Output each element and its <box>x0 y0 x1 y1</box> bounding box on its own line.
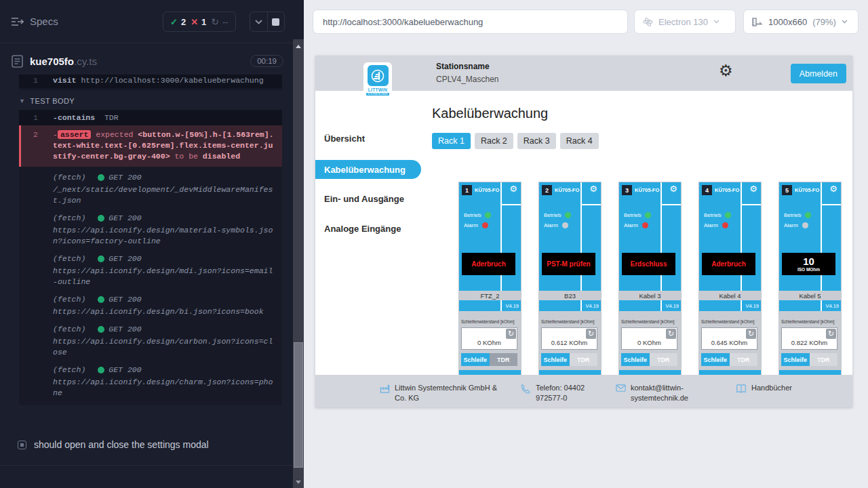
chevron-down-icon <box>713 20 719 24</box>
tdr-button[interactable]: TDR <box>650 353 678 366</box>
runner-controls <box>250 12 285 32</box>
fetch-log-row[interactable]: (fetch)GET 200 https://api.iconify.desig… <box>19 359 282 400</box>
status-dot-icon <box>98 367 104 373</box>
loop-value: 0.612 KOhm <box>542 339 597 346</box>
alarm-label: Alarm <box>704 222 718 228</box>
device-model: KÜ705-FO <box>555 187 579 193</box>
tab-rack-3[interactable]: Rack 3 <box>517 133 556 149</box>
scroll-up-arrow-icon[interactable] <box>296 45 301 48</box>
loop-value: 0 KOhm <box>622 339 677 346</box>
fetch-label: (fetch) <box>53 253 85 264</box>
app-footer: Littwin Systemtechnik GmbH & Co. KG Tele… <box>315 375 852 407</box>
alarm-label: Alarm <box>544 222 558 228</box>
fetch-log-row[interactable]: (fetch)GET 200 https://api.iconify.desig… <box>19 319 282 359</box>
device-settings-icon[interactable]: ⚙ <box>829 184 837 193</box>
tdr-button[interactable]: TDR <box>490 353 518 366</box>
device-settings-icon[interactable]: ⚙ <box>669 184 677 193</box>
contains-command-row[interactable]: 1 -contains TDR <box>19 110 282 125</box>
device-settings-icon[interactable]: ⚙ <box>749 184 757 193</box>
schleife-button[interactable]: Schleife <box>461 353 490 366</box>
viewport-size-select[interactable]: 1000x660 (79%) <box>743 9 859 34</box>
device-model: KÜ705-FO <box>715 187 739 193</box>
test-body-section-header[interactable]: ▼ TEST BODY <box>19 95 282 107</box>
failed-icon: ✕ <box>191 17 198 27</box>
loop-resistance-label: Schleifenwiderstand [kOhm] <box>461 319 514 324</box>
browser-select[interactable]: Electron 130 <box>634 9 736 34</box>
schleife-button[interactable]: Schleife <box>701 353 730 366</box>
refresh-icon[interactable]: ↻ <box>826 329 836 339</box>
status-display: Aderbruch <box>702 253 755 275</box>
chevron-down-icon <box>255 20 262 24</box>
device-settings-icon[interactable]: ⚙ <box>509 184 517 193</box>
fetch-log-row[interactable]: (fetch)GET 200 /_next/static/development… <box>19 167 282 207</box>
refresh-icon[interactable]: ↻ <box>666 329 676 339</box>
spec-file-name: kue705fo <box>30 56 74 67</box>
ruler-icon <box>752 17 763 26</box>
fetch-log-row[interactable]: (fetch)GET 200 https://api.iconify.desig… <box>19 289 282 319</box>
tdr-button[interactable]: TDR <box>730 353 758 366</box>
refresh-icon[interactable]: ↻ <box>586 329 596 339</box>
pending-count: -- <box>222 17 229 27</box>
spec-duration-badge: 00:19 <box>250 55 283 67</box>
refresh-icon[interactable]: ↻ <box>746 329 756 339</box>
passed-icon: ✓ <box>170 17 178 27</box>
status-dot-icon <box>98 256 104 262</box>
device-card-4: 4 KÜ705-FO ⚙ Betrieb Alarm Aderbruch Kab… <box>698 182 762 378</box>
scrollbar-thumb[interactable] <box>294 342 303 468</box>
fetch-method: GET 200 <box>108 253 141 264</box>
tab-rack-4[interactable]: Rack 4 <box>560 133 599 149</box>
nav-item-kabelueberwachung[interactable]: Kabelüberwachung <box>315 160 421 179</box>
nav-item-uebersicht[interactable]: Übersicht <box>324 134 365 144</box>
stop-run-button[interactable] <box>267 12 285 31</box>
alarm-led <box>562 222 568 228</box>
tdr-button[interactable]: TDR <box>570 353 598 366</box>
fetch-url: https://api.iconify.design/mdi.json?icon… <box>53 266 274 287</box>
email-icon <box>616 384 626 392</box>
tdr-button[interactable]: TDR <box>810 353 838 366</box>
schleife-button[interactable]: Schleife <box>781 353 810 366</box>
command-name: -contains <box>53 113 95 122</box>
nav-item-ein-und-ausgaenge[interactable]: Ein- und Ausgänge <box>324 194 404 204</box>
passed-count: 2 <box>181 17 186 27</box>
footer-manuals[interactable]: Handbücher <box>736 383 792 394</box>
command-name: visit <box>53 76 77 85</box>
pending-test-row[interactable]: should open and close the settings modal <box>0 439 293 450</box>
status-display: PST-M prüfen <box>542 253 595 275</box>
failed-assert-row[interactable]: 2 -assert expected <button.w-[50%].h-[1.… <box>19 125 282 167</box>
settings-gear-icon[interactable]: ⚙ <box>719 63 733 79</box>
footer-manuals-text: Handbücher <box>751 383 792 394</box>
spec-file-row[interactable]: kue705fo.cy.ts 00:19 <box>0 49 293 73</box>
nav-item-analoge-eingaenge[interactable]: Analoge Eingänge <box>324 224 401 234</box>
collapse-button[interactable] <box>250 12 267 31</box>
firmware-version: V4.19 <box>505 303 519 309</box>
cable-name: Kabel 5 <box>779 291 841 300</box>
cable-name: B23 <box>539 291 601 300</box>
scroll-down-arrow-icon[interactable] <box>296 481 301 484</box>
loop-resistance-label: Schleifenwiderstand [kOhm] <box>621 319 674 324</box>
logout-button[interactable]: Abmelden <box>791 64 846 83</box>
fetch-log-row[interactable]: (fetch)GET 200 https://api.iconify.desig… <box>19 207 282 248</box>
pending-icon: ↻ <box>211 16 219 27</box>
device-model: KÜ705-FO <box>635 187 659 193</box>
betrieb-label: Betrieb <box>704 212 721 218</box>
device-settings-icon[interactable]: ⚙ <box>589 184 597 193</box>
footer-email[interactable]: kontakt@littwin-systemtechnik.de <box>616 383 692 403</box>
tab-rack-1[interactable]: Rack 1 <box>432 133 471 149</box>
fetch-label: (fetch) <box>53 213 85 224</box>
cable-name: Kabel 3 <box>619 291 681 300</box>
betrieb-label: Betrieb <box>464 212 481 218</box>
refresh-icon[interactable]: ↻ <box>506 329 516 339</box>
reporter-scrollbar[interactable] <box>293 39 304 488</box>
visit-command-row[interactable]: 1 visit http://localhost:3000/kabelueber… <box>19 75 282 88</box>
fetch-log-row[interactable]: (fetch)GET 200 https://api.iconify.desig… <box>19 248 282 289</box>
status-text: PST-M prüfen <box>547 260 590 268</box>
url-input[interactable] <box>313 9 628 34</box>
schleife-button[interactable]: Schleife <box>541 353 570 366</box>
fetch-method: GET 200 <box>108 213 141 224</box>
loop-value-box: ↻ 0 KOhm <box>621 327 677 350</box>
specs-menu-button[interactable]: Specs <box>11 16 58 27</box>
status-text: Aderbruch <box>471 260 506 268</box>
logo-subtitle: SYSTEMTECHNIK <box>366 93 389 96</box>
tab-rack-2[interactable]: Rack 2 <box>475 133 513 149</box>
schleife-button[interactable]: Schleife <box>621 353 650 366</box>
